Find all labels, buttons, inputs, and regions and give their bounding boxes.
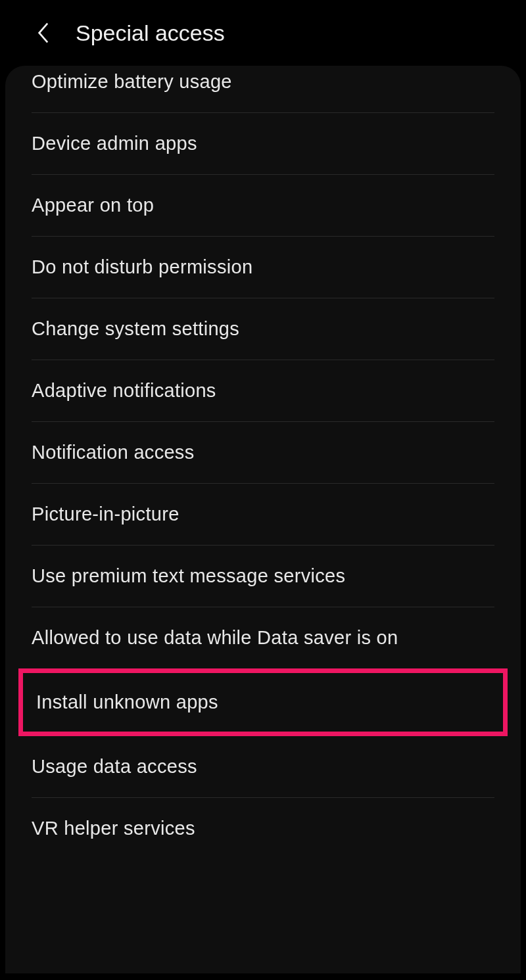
list-item-label: Optimize battery usage <box>32 71 232 93</box>
header: Special access <box>0 0 526 66</box>
page-title: Special access <box>76 20 225 46</box>
item-picture-in-picture[interactable]: Picture-in-picture <box>32 484 494 546</box>
item-install-unknown-apps[interactable]: Install unknown apps <box>18 668 508 736</box>
list-item-label: Notification access <box>32 442 194 463</box>
list-item-label: Device admin apps <box>32 133 197 154</box>
item-device-admin-apps[interactable]: Device admin apps <box>32 113 494 175</box>
list-item-label: VR helper services <box>32 818 195 839</box>
item-notification-access[interactable]: Notification access <box>32 422 494 484</box>
list-item-label: Install unknown apps <box>36 691 218 713</box>
item-adaptive-notifications[interactable]: Adaptive notifications <box>32 360 494 422</box>
item-optimize-battery-usage[interactable]: Optimize battery usage <box>32 66 494 113</box>
list-item-label: Change system settings <box>32 318 239 340</box>
back-icon[interactable] <box>33 20 53 46</box>
item-allowed-to-use-data[interactable]: Allowed to use data while Data saver is … <box>32 607 494 668</box>
list-item-label: Adaptive notifications <box>32 380 216 402</box>
item-appear-on-top[interactable]: Appear on top <box>32 175 494 237</box>
list-item-label: Allowed to use data while Data saver is … <box>32 627 398 649</box>
list-item-label: Picture-in-picture <box>32 503 179 525</box>
item-use-premium-text-message-services[interactable]: Use premium text message services <box>32 546 494 607</box>
list-item-label: Appear on top <box>32 195 154 216</box>
list-item-label: Use premium text message services <box>32 565 345 587</box>
item-usage-data-access[interactable]: Usage data access <box>32 736 494 798</box>
item-change-system-settings[interactable]: Change system settings <box>32 298 494 360</box>
item-vr-helper-services[interactable]: VR helper services <box>32 798 494 859</box>
list-item-label: Usage data access <box>32 756 197 778</box>
settings-panel: Optimize battery usage Device admin apps… <box>5 66 521 973</box>
item-do-not-disturb-permission[interactable]: Do not disturb permission <box>32 237 494 298</box>
list-item-label: Do not disturb permission <box>32 256 252 278</box>
settings-list: Optimize battery usage Device admin apps… <box>5 66 521 859</box>
